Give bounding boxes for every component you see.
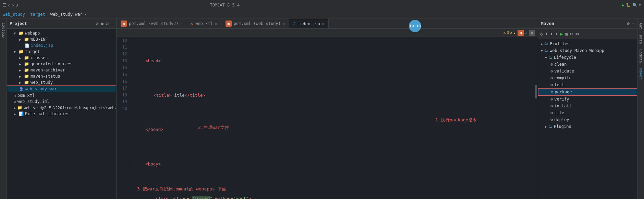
maven-clean[interactable]: ⚙ clean	[538, 61, 637, 68]
maven-lifecycle[interactable]: ▼ 🗂 Lifecycle	[538, 54, 637, 61]
back-icon[interactable]: ◁	[8, 3, 10, 8]
maven-validate[interactable]: ⚙ validate	[538, 68, 637, 75]
maven-item-label: Profiles	[550, 41, 570, 46]
tab-pom-web-study2[interactable]: m pom.xml (web_study2) ✕	[117, 19, 187, 28]
tab-pom-web-study[interactable]: m pom.xml (web_study) ✕	[221, 19, 289, 28]
app-title: TOMCAT 8.5.4	[210, 3, 240, 8]
settings-sidebar-icon[interactable]: ⚙	[106, 21, 108, 26]
editor-area: 19:10 m pom.xml (web_study2) ✕ ⚙ web.xml…	[117, 18, 538, 199]
tab-label: pom.xml (web_study)	[234, 21, 281, 26]
code-line-12: › </head>	[133, 119, 535, 140]
tab-indexjsp[interactable]: J index.jsp ✕	[289, 19, 329, 28]
collapse-warnings-icon[interactable]: ∨	[513, 30, 516, 35]
forward-icon[interactable]: ▷	[12, 3, 14, 8]
sidebar: Project ⊕ ⇆ ⚙ — ▼ 📁 webapp ▶ 📁 WEB-INF	[7, 18, 117, 199]
project-vtab[interactable]: Project	[0, 20, 6, 41]
maven-settings-icon[interactable]: ⚙	[627, 21, 630, 26]
tree-item-webinf[interactable]: ▶ 📁 WEB-INF	[7, 36, 116, 42]
maven-add-icon[interactable]: +	[555, 31, 558, 37]
maven-item-label: Lifecycle	[554, 55, 576, 60]
data-vtab[interactable]: Data	[638, 32, 644, 47]
maven-item-label: validate	[554, 69, 574, 74]
folder-icon: 📁	[19, 49, 24, 54]
maven-web-study-webapp[interactable]: ▼ 🗂 web_study Maven Webapp	[538, 47, 637, 54]
gear-icon: ⚙	[550, 69, 553, 74]
breadcrumb-target[interactable]: target	[30, 12, 45, 17]
tree-label: WEB-INF	[31, 37, 48, 42]
tree-item-iml[interactable]: ⚙ web_study.iml	[7, 98, 116, 105]
folder-icon: 📁	[24, 80, 29, 85]
tab-webxml[interactable]: ⚙ web.xml ✕	[187, 19, 221, 28]
tab-close-icon[interactable]: ✕	[283, 22, 285, 26]
tree-item-generated-sources[interactable]: ▶ 📁 generated-sources	[7, 61, 116, 67]
tab-close-icon[interactable]: ✕	[181, 22, 183, 26]
tree-item-webapp[interactable]: ▼ 📁 webapp	[7, 30, 116, 36]
gear-icon: ⚙	[550, 117, 553, 122]
tree-item-external-libs[interactable]: ▶ 📊 External Libraries	[7, 111, 116, 117]
tree-item-target[interactable]: ▼ 📁 target	[7, 49, 116, 55]
maven-refresh-icon[interactable]: ↻	[540, 31, 543, 37]
maven-profiles[interactable]: ▶ 🗂 Profiles	[538, 40, 637, 47]
run-icon[interactable]: ▶	[622, 3, 624, 8]
code-line-13: › <body>	[133, 154, 535, 175]
war-icon: 🗜	[20, 87, 23, 91]
maven-download-icon[interactable]: ⬇	[545, 31, 548, 37]
maven-plugins[interactable]: ▶ 🗂 Plugins	[538, 123, 637, 130]
expand-arrow: ▶	[19, 56, 23, 60]
expand-arrow: ▶	[19, 62, 23, 66]
expand-warnings-icon[interactable]: ∧	[510, 30, 512, 35]
maven-install[interactable]: ⚙ install	[538, 103, 637, 109]
scope-icon[interactable]: ⊕	[96, 21, 98, 26]
expand-arrow: ▶	[19, 68, 23, 72]
ant-vtab[interactable]: Ant	[638, 20, 644, 32]
maven-skip-icon[interactable]: ⊘	[570, 31, 573, 37]
maven-test[interactable]: ⚙ test	[538, 81, 637, 88]
collapse-icon[interactable]: ⇆	[101, 21, 104, 26]
scroll-indicator	[533, 57, 538, 199]
webapp-icon: 🗂	[544, 48, 548, 53]
debug-icon[interactable]: 🐛	[626, 3, 631, 8]
maven-site[interactable]: ⚙ site	[538, 109, 637, 116]
maven-compile[interactable]: ⚙ compile	[538, 75, 637, 81]
gear-icon: ⚙	[550, 62, 553, 67]
tree-label: web_study	[31, 80, 53, 85]
expand-arrow: ▼	[14, 31, 17, 35]
code-area[interactable]: 10 11 12 13 14 15 16 17 18 19 20 › <head…	[117, 37, 538, 199]
tree-item-maven-status[interactable]: ▶ 📁 maven-status	[7, 73, 116, 79]
tree-item-war-file[interactable]: 🗜 web_study.war	[7, 85, 116, 92]
search-icon[interactable]: 🔍	[632, 3, 637, 8]
close-sidebar-icon[interactable]: —	[111, 21, 113, 26]
tab-label: pom.xml (web_study2)	[129, 21, 179, 26]
maven-minimize-icon[interactable]: —	[632, 21, 634, 26]
code-content[interactable]: › <head> <title>Title</title> › </head> …	[130, 37, 538, 199]
maven-verify[interactable]: ⚙ verify	[538, 96, 637, 103]
tab-close-icon[interactable]: ✕	[322, 22, 324, 26]
tree-item-maven-archiver[interactable]: ▶ 📁 maven-archiver	[7, 67, 116, 73]
maven-vtab[interactable]: Maven	[638, 66, 644, 82]
maven-m-icon: m	[226, 21, 232, 27]
scroll-thumb[interactable]	[535, 85, 537, 98]
maven-upload-icon[interactable]: ⬆	[550, 31, 553, 37]
maven-m-toolbar-icon[interactable]: m	[565, 31, 568, 37]
tree-item-classes[interactable]: ▶ 📁 classes	[7, 55, 116, 61]
bar-chart-icon: 📊	[19, 111, 24, 116]
tree-label: pom.xml	[17, 93, 35, 98]
breadcrumb-web-study[interactable]: web_study	[3, 12, 25, 17]
tree-label: target	[25, 49, 40, 54]
maven-m-icon: m	[121, 21, 127, 27]
maven-package[interactable]: ⚙ package	[538, 88, 637, 96]
tree-item-web-study2[interactable]: ▶ 📁 web_study2 E:\2201\code\ideaprojects…	[7, 105, 116, 111]
refresh-icon[interactable]: ↺	[15, 3, 18, 8]
tree-item-web-study-folder[interactable]: ▶ 📁 web_study	[7, 79, 116, 85]
maven-run-icon[interactable]: ▶	[560, 31, 563, 37]
maven-more-icon[interactable]: ≫	[575, 31, 580, 37]
tree-item-pom[interactable]: m pom.xml	[7, 92, 116, 98]
maven-cancel-button[interactable]: ✕	[529, 30, 535, 36]
menu-icon[interactable]: ☰	[3, 3, 7, 8]
tab-close-icon[interactable]: ✕	[215, 22, 217, 26]
settings-icon[interactable]: ⚙	[639, 3, 641, 8]
maven-deploy[interactable]: ⚙ deploy	[538, 116, 637, 123]
tree-item-indexjsp[interactable]: 📄 index.jsp	[7, 42, 116, 49]
codota-vtab[interactable]: Codota	[638, 47, 644, 66]
jsp-icon: 📄	[25, 43, 29, 48]
